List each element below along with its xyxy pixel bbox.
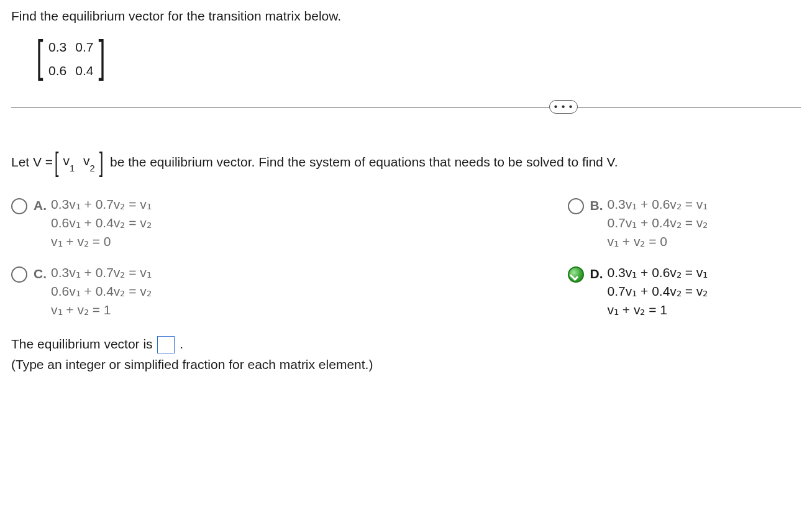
vector-v1: v1 <box>63 153 75 170</box>
option-a-line3: v₁ + v₂ = 0 <box>51 234 152 249</box>
vector-v2: v2 <box>83 153 95 170</box>
section-divider <box>11 107 801 107</box>
bracket-left-icon: [ <box>37 34 43 84</box>
option-a: A. 0.3v₁ + 0.7v₂ = v₁ 0.6v₁ + 0.4v₂ = v₂… <box>11 197 406 249</box>
option-d-letter: D. <box>590 266 608 281</box>
option-b-line2: 0.7v₁ + 0.4v₂ = v₂ <box>608 216 708 230</box>
option-a-line1: 0.3v₁ + 0.7v₂ = v₁ <box>51 197 152 212</box>
option-d-radio[interactable] <box>568 266 584 283</box>
let-pre: Let V = <box>11 155 53 170</box>
option-d: D. 0.3v₁ + 0.6v₂ = v₁ 0.7v₁ + 0.4v₂ = v₂… <box>406 265 801 317</box>
answer-prompt: The equilibrium vector is . <box>11 336 801 353</box>
answer-pre: The equilibrium vector is <box>11 337 156 351</box>
bracket-left-icon: [ <box>55 150 59 175</box>
option-c-line2: 0.6v₁ + 0.4v₂ = v₂ <box>51 284 152 299</box>
matrix-cell-12: 0.7 <box>75 40 93 55</box>
let-post: be the equilibrium vector. Find the syst… <box>110 155 618 170</box>
option-a-line2: 0.6v₁ + 0.4v₂ = v₂ <box>51 216 152 230</box>
option-b: B. 0.3v₁ + 0.6v₂ = v₁ 0.7v₁ + 0.4v₂ = v₂… <box>406 197 801 249</box>
option-b-line3: v₁ + v₂ = 0 <box>608 234 708 249</box>
equilibrium-vector-input[interactable] <box>157 336 175 353</box>
option-d-line2: 0.7v₁ + 0.4v₂ = v₂ <box>608 284 708 299</box>
option-a-radio[interactable] <box>11 198 27 214</box>
ellipsis-icon: • • • <box>554 102 573 112</box>
option-d-line1: 0.3v₁ + 0.6v₂ = v₁ <box>608 265 708 280</box>
question-prompt: Find the equilibrium vector for the tran… <box>11 9 801 24</box>
options-grid: A. 0.3v₁ + 0.7v₂ = v₁ 0.6v₁ + 0.4v₂ = v₂… <box>11 197 801 317</box>
option-c-letter: C. <box>34 266 51 281</box>
option-d-line3: v₁ + v₂ = 1 <box>608 303 708 317</box>
more-options-button[interactable]: • • • <box>549 100 578 114</box>
equilibrium-definition: Let V = [ v1 v2 ] be the equilibrium vec… <box>11 150 801 175</box>
matrix-cell-21: 0.6 <box>48 63 66 78</box>
option-c-line1: 0.3v₁ + 0.7v₂ = v₁ <box>51 265 152 280</box>
bracket-right-icon: ] <box>99 150 103 175</box>
bracket-right-icon: ] <box>99 34 106 84</box>
option-b-radio[interactable] <box>568 198 584 214</box>
option-b-line1: 0.3v₁ + 0.6v₂ = v₁ <box>608 197 708 212</box>
transition-matrix: [ 0.3 0.7 0.6 0.4 ] <box>34 34 108 84</box>
option-c-radio[interactable] <box>11 266 27 283</box>
option-a-letter: A. <box>34 198 51 213</box>
option-b-letter: B. <box>590 198 608 213</box>
matrix-cell-11: 0.3 <box>48 40 66 55</box>
answer-post: . <box>180 337 183 351</box>
matrix-cell-22: 0.4 <box>75 63 93 78</box>
option-c-line3: v₁ + v₂ = 1 <box>51 303 152 317</box>
answer-hint: (Type an integer or simplified fraction … <box>11 357 801 372</box>
option-c: C. 0.3v₁ + 0.7v₂ = v₁ 0.6v₁ + 0.4v₂ = v₂… <box>11 265 406 317</box>
